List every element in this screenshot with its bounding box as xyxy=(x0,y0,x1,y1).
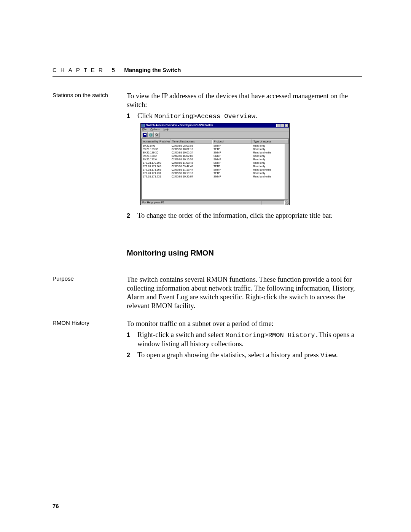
cell-access: Read only xyxy=(253,158,287,161)
resize-grip-icon[interactable] xyxy=(285,200,289,205)
table-row[interactable]: 172.28.171.23102/06/98 10:19:10TFTPRead … xyxy=(142,171,288,175)
app-icon xyxy=(142,124,145,127)
window-titlebar[interactable]: Switch Access Overview - Development's 5… xyxy=(141,123,289,128)
cell-protocol: SNMP xyxy=(213,168,253,171)
cell-ip: 89.20.138.2 xyxy=(143,154,172,158)
history-step-2: To open a graph showing the statistics, … xyxy=(137,351,362,359)
cell-ip: 89.20.129.30 xyxy=(143,151,172,154)
chapter-label: CHAPTER 5 xyxy=(53,67,119,73)
cell-protocol: TFTP xyxy=(213,147,253,151)
maximize-button[interactable]: □ xyxy=(280,124,284,127)
cell-protocol: SNMP xyxy=(213,161,253,165)
step-number: 1 xyxy=(127,112,137,120)
status-bar: For Help, press F1 xyxy=(141,200,289,205)
history-step-1: Right-click a switch and select Monitori… xyxy=(137,331,362,348)
cell-time: 02/06/98 10:05:34 xyxy=(172,151,213,154)
cell-access: Read only xyxy=(253,165,287,168)
table-row[interactable]: 172.28.171.16802/06/98 11:15:47SNMPRead … xyxy=(142,168,288,171)
page-number: 76 xyxy=(53,503,59,509)
cell-time: 02/06/98 11:15:47 xyxy=(172,168,213,171)
svg-point-2 xyxy=(150,134,152,136)
window-title: Switch Access Overview - Development's 5… xyxy=(146,124,276,127)
cell-protocol: SNMP xyxy=(213,175,253,178)
cell-protocol: TFTP xyxy=(213,165,253,168)
cell-protocol: SNMP xyxy=(213,144,253,147)
cell-access: Read only xyxy=(253,147,287,151)
cell-access: Read and write xyxy=(253,175,287,178)
menu-help[interactable]: Help xyxy=(163,128,169,131)
cell-ip: 172.28.171.231 xyxy=(143,175,172,178)
page-header: CHAPTER 5 Managing the Switch xyxy=(53,67,362,77)
toolbar xyxy=(141,131,289,139)
cell-ip: 172.28.171.168 xyxy=(143,168,172,171)
menu-bar: File Options Help xyxy=(141,128,289,132)
cell-time: 02/03/98 10:10:52 xyxy=(172,158,213,161)
table-row[interactable]: 89.20.138.202/02/98 16:07:02SNMPRead onl… xyxy=(142,154,288,158)
cell-time: 02/06/98 10:19:10 xyxy=(172,171,213,175)
table-row[interactable]: 172.28.170.19202/06/98 11:08:45SNMPRead … xyxy=(142,161,288,165)
cell-protocol: SNMP xyxy=(213,154,253,158)
cell-ip: 89.20.172.6 xyxy=(143,158,172,161)
table-row[interactable]: 89.20.129.3002/06/98 10:01:10TFTPRead on… xyxy=(142,147,288,151)
chapter-title: Managing the Switch xyxy=(124,67,181,73)
table-row[interactable]: 89.20.172.602/03/98 10:10:52SNMPRead onl… xyxy=(142,158,288,161)
table-row[interactable]: 172.28.171.23102/06/98 10:20:07SNMPRead … xyxy=(142,175,288,178)
cell-time: 02/06/98 11:08:45 xyxy=(172,161,213,165)
table-body: 89.20.0.9102/06/98 08:03:53SNMPRead only… xyxy=(142,144,288,199)
step-number: 2 xyxy=(127,211,137,220)
cell-access: Read only xyxy=(253,161,287,165)
menu-options[interactable]: Options xyxy=(150,128,159,131)
cell-time: 02/06/98 09:47:48 xyxy=(172,165,213,168)
cell-ip: 89.20.0.91 xyxy=(143,144,172,147)
col-header-access[interactable]: Type of access xyxy=(252,139,288,144)
cell-protocol: SNMP xyxy=(213,151,253,154)
table-row[interactable]: 89.20.129.3002/06/98 10:05:34SNMPRead an… xyxy=(142,151,288,154)
cell-protocol: TFTP xyxy=(213,171,253,175)
svg-rect-1 xyxy=(144,134,146,135)
col-header-protocol[interactable]: Protocol xyxy=(212,139,252,144)
svg-line-4 xyxy=(158,135,159,136)
table-row[interactable]: 89.20.0.9102/06/98 08:03:53SNMPRead only xyxy=(142,144,288,147)
cell-access: Read only xyxy=(253,154,287,158)
cell-time: 02/06/98 10:01:10 xyxy=(172,147,213,151)
cell-access: Read only xyxy=(253,144,287,147)
table-row[interactable]: 172.28.171.16802/06/98 09:47:48TFTPRead … xyxy=(142,165,288,168)
header-rule xyxy=(53,76,362,77)
menu-file[interactable]: File xyxy=(142,128,147,131)
step-number: 1 xyxy=(127,331,137,348)
access-overview-window: Switch Access Overview - Development's 5… xyxy=(140,123,290,205)
col-header-time[interactable]: Time of last access xyxy=(170,139,212,144)
refresh-icon[interactable] xyxy=(148,132,154,137)
col-header-ip[interactable]: Accessed by IP address xyxy=(142,139,170,144)
cell-ip: 172.28.170.192 xyxy=(143,161,172,165)
search-icon[interactable] xyxy=(154,132,160,137)
close-button[interactable]: × xyxy=(285,124,288,127)
stations-step-1: Click Monitoring>Access Overview. xyxy=(137,112,362,120)
cell-ip: 172.28.171.168 xyxy=(143,165,172,168)
cell-ip: 89.20.129.30 xyxy=(143,147,172,151)
cell-time: 02/06/98 08:03:53 xyxy=(172,144,213,147)
save-icon[interactable] xyxy=(142,132,148,137)
cell-time: 02/02/98 16:07:02 xyxy=(172,154,213,158)
heading-monitoring-rmon: Monitoring using RMON xyxy=(127,248,362,258)
cell-access: Read only xyxy=(253,171,287,175)
vertical-scrollbar[interactable] xyxy=(285,144,288,199)
side-label-stations: Stations on the switch xyxy=(53,92,127,98)
access-table: Accessed by IP address Time of last acce… xyxy=(141,139,289,200)
status-pane xyxy=(261,200,285,205)
side-label-rmon-history: RMON History xyxy=(53,320,127,326)
status-text: For Help, press F1 xyxy=(141,200,261,205)
cell-protocol: SNMP xyxy=(213,158,253,161)
purpose-body: The switch contains several RMON functio… xyxy=(127,275,362,311)
stations-intro: To view the IP addresses of the devices … xyxy=(127,92,362,109)
svg-point-3 xyxy=(156,134,158,136)
minimize-button[interactable]: _ xyxy=(276,124,280,127)
cell-access: Read and write xyxy=(253,168,287,171)
cell-ip: 172.28.171.231 xyxy=(143,171,172,175)
history-intro: To monitor traffic on a subnet over a pe… xyxy=(127,320,362,328)
step-number: 2 xyxy=(127,351,137,359)
cell-access: Read and write xyxy=(253,151,287,154)
side-label-purpose: Purpose xyxy=(53,275,127,282)
stations-step-2: To change the order of the information, … xyxy=(137,211,362,220)
cell-time: 02/06/98 10:20:07 xyxy=(172,175,213,178)
